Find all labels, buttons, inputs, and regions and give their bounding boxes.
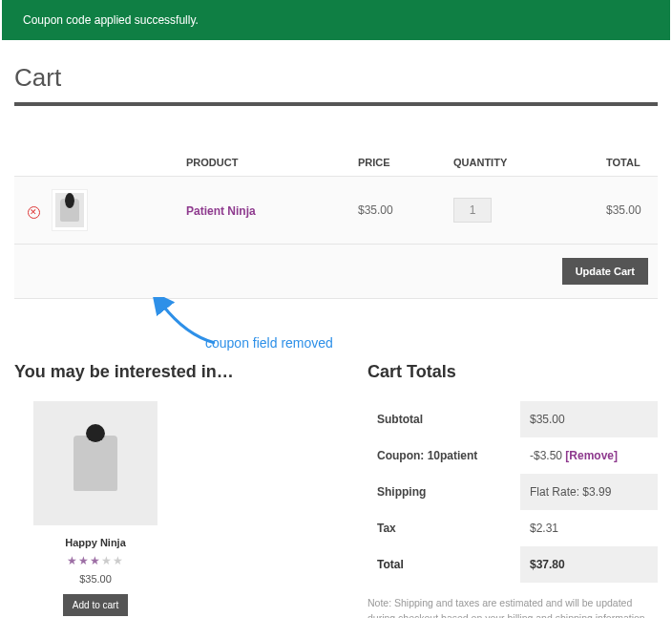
upsell-heading: You may be interested in… <box>14 362 339 382</box>
item-total: $35.00 <box>606 203 658 217</box>
quantity-input[interactable]: 1 <box>453 198 492 223</box>
annotation: coupon field removed <box>14 305 658 362</box>
update-cart-button[interactable]: Update Cart <box>562 258 648 285</box>
tax-label: Tax <box>368 510 520 546</box>
cart-item-row: ✕ Patient Ninja $35.00 1 $35.00 <box>14 177 658 245</box>
cart-totals-heading: Cart Totals <box>368 362 658 382</box>
product-name-link[interactable]: Patient Ninja <box>186 204 256 218</box>
remove-coupon-link[interactable]: [Remove] <box>565 449 618 462</box>
annotation-text: coupon field removed <box>205 335 333 351</box>
header-total: TOTAL <box>606 157 658 168</box>
header-quantity: QUANTITY <box>453 157 606 168</box>
success-banner-text: Coupon code applied successfully. <box>23 13 199 27</box>
upsell-product-name: Happy Ninja <box>33 537 158 548</box>
star-rating-icon: ★★★★★ <box>33 554 158 567</box>
title-rule <box>14 102 658 106</box>
upsell-product-image[interactable] <box>33 401 158 525</box>
subtotal-label: Subtotal <box>368 401 520 437</box>
total-label: Total <box>368 546 520 583</box>
header-product: PRODUCT <box>186 157 358 168</box>
total-value: $37.80 <box>520 546 658 583</box>
cart-header-row: PRODUCT PRICE QUANTITY TOTAL <box>14 149 658 177</box>
product-thumbnail[interactable] <box>52 190 87 230</box>
coupon-value: -$3.50 [Remove] <box>520 437 658 474</box>
upsell-product-card: Happy Ninja ★★★★★ $35.00 Add to cart <box>33 401 158 616</box>
success-banner: Coupon code applied successfully. <box>2 0 670 40</box>
add-to-cart-button[interactable]: Add to cart <box>63 594 128 616</box>
coupon-label: Coupon: 10patient <box>368 437 520 474</box>
header-price: PRICE <box>358 157 453 168</box>
totals-note: Note: Shipping and taxes are estimated a… <box>368 596 658 618</box>
shipping-label: Shipping <box>368 474 520 510</box>
remove-item-icon[interactable]: ✕ <box>28 206 40 219</box>
cart-actions-row: Update Cart <box>14 245 658 299</box>
shipping-value: Flat Rate: $3.99 <box>520 474 658 510</box>
subtotal-value: $35.00 <box>520 401 658 437</box>
coupon-amount: -$3.50 <box>530 449 565 462</box>
tax-value: $2.31 <box>520 510 658 546</box>
upsell-product-price: $35.00 <box>33 573 158 585</box>
page-title: Cart <box>14 63 658 93</box>
item-price: $35.00 <box>358 203 453 217</box>
cart-totals-table: Subtotal $35.00 Coupon: 10patient -$3.50… <box>368 401 658 583</box>
